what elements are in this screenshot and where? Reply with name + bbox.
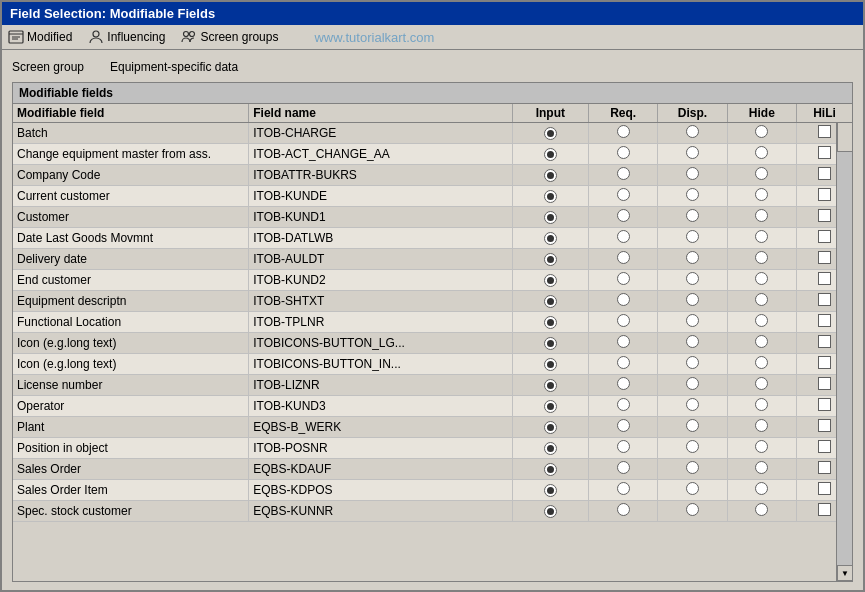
radio-button[interactable] xyxy=(617,419,630,432)
radio-button[interactable] xyxy=(544,211,557,224)
radio-button[interactable] xyxy=(686,293,699,306)
radio-button[interactable] xyxy=(686,461,699,474)
radio-button[interactable] xyxy=(544,253,557,266)
radio-button[interactable] xyxy=(755,503,768,516)
radio-button[interactable] xyxy=(617,482,630,495)
radio-button[interactable] xyxy=(617,461,630,474)
checkbox[interactable] xyxy=(818,377,831,390)
radio-button[interactable] xyxy=(686,230,699,243)
radio-button[interactable] xyxy=(755,398,768,411)
checkbox[interactable] xyxy=(818,230,831,243)
checkbox[interactable] xyxy=(818,125,831,138)
radio-button[interactable] xyxy=(617,440,630,453)
checkbox[interactable] xyxy=(818,398,831,411)
radio-button[interactable] xyxy=(686,440,699,453)
toolbar-screen-groups[interactable]: Screen groups xyxy=(181,29,278,45)
radio-button[interactable] xyxy=(544,505,557,518)
radio-button[interactable] xyxy=(617,272,630,285)
radio-button[interactable] xyxy=(686,125,699,138)
checkbox[interactable] xyxy=(818,335,831,348)
radio-button[interactable] xyxy=(755,251,768,264)
radio-button[interactable] xyxy=(617,209,630,222)
radio-button[interactable] xyxy=(686,398,699,411)
radio-button[interactable] xyxy=(544,421,557,434)
radio-button[interactable] xyxy=(755,167,768,180)
radio-button[interactable] xyxy=(686,146,699,159)
radio-button[interactable] xyxy=(755,335,768,348)
radio-button[interactable] xyxy=(686,188,699,201)
scroll-down-arrow[interactable]: ▼ xyxy=(837,565,852,581)
radio-button[interactable] xyxy=(544,484,557,497)
radio-button[interactable] xyxy=(544,379,557,392)
radio-button[interactable] xyxy=(617,188,630,201)
radio-button[interactable] xyxy=(755,482,768,495)
radio-button[interactable] xyxy=(544,190,557,203)
radio-button[interactable] xyxy=(755,440,768,453)
radio-button[interactable] xyxy=(617,293,630,306)
checkbox[interactable] xyxy=(818,440,831,453)
radio-button[interactable] xyxy=(617,356,630,369)
radio-button[interactable] xyxy=(544,127,557,140)
checkbox[interactable] xyxy=(818,419,831,432)
radio-button[interactable] xyxy=(686,167,699,180)
radio-button[interactable] xyxy=(544,442,557,455)
radio-button[interactable] xyxy=(617,314,630,327)
radio-button[interactable] xyxy=(617,230,630,243)
radio-button[interactable] xyxy=(544,358,557,371)
radio-button[interactable] xyxy=(544,148,557,161)
radio-button[interactable] xyxy=(686,251,699,264)
scrollbar[interactable]: ▲ ▼ xyxy=(836,104,852,581)
checkbox[interactable] xyxy=(818,293,831,306)
radio-button[interactable] xyxy=(544,274,557,287)
radio-button[interactable] xyxy=(544,337,557,350)
radio-button[interactable] xyxy=(686,272,699,285)
radio-button[interactable] xyxy=(544,400,557,413)
radio-button[interactable] xyxy=(686,314,699,327)
radio-button[interactable] xyxy=(755,314,768,327)
checkbox[interactable] xyxy=(818,272,831,285)
checkbox[interactable] xyxy=(818,146,831,159)
toolbar-modified[interactable]: Modified xyxy=(8,29,72,45)
radio-button[interactable] xyxy=(686,356,699,369)
radio-button[interactable] xyxy=(617,335,630,348)
radio-button[interactable] xyxy=(617,167,630,180)
radio-button[interactable] xyxy=(686,209,699,222)
radio-button[interactable] xyxy=(755,188,768,201)
radio-button[interactable] xyxy=(755,293,768,306)
checkbox[interactable] xyxy=(818,167,831,180)
checkbox[interactable] xyxy=(818,314,831,327)
radio-button[interactable] xyxy=(544,316,557,329)
radio-button[interactable] xyxy=(686,335,699,348)
checkbox[interactable] xyxy=(818,188,831,201)
radio-button[interactable] xyxy=(617,377,630,390)
radio-button[interactable] xyxy=(755,419,768,432)
radio-button[interactable] xyxy=(755,377,768,390)
radio-button[interactable] xyxy=(755,356,768,369)
radio-button[interactable] xyxy=(617,251,630,264)
checkbox[interactable] xyxy=(818,461,831,474)
table-scroll-area[interactable]: Modifiable field Field name Input Req. D… xyxy=(13,104,852,581)
radio-button[interactable] xyxy=(755,272,768,285)
radio-button[interactable] xyxy=(544,295,557,308)
radio-button[interactable] xyxy=(755,209,768,222)
radio-button[interactable] xyxy=(686,377,699,390)
radio-button[interactable] xyxy=(617,125,630,138)
radio-button[interactable] xyxy=(544,232,557,245)
checkbox[interactable] xyxy=(818,209,831,222)
radio-button[interactable] xyxy=(755,125,768,138)
radio-button[interactable] xyxy=(686,419,699,432)
checkbox[interactable] xyxy=(818,503,831,516)
scroll-thumb[interactable] xyxy=(837,122,852,152)
radio-button[interactable] xyxy=(617,146,630,159)
radio-button[interactable] xyxy=(617,398,630,411)
radio-button[interactable] xyxy=(617,503,630,516)
radio-button[interactable] xyxy=(686,482,699,495)
checkbox[interactable] xyxy=(818,482,831,495)
radio-button[interactable] xyxy=(686,503,699,516)
radio-button[interactable] xyxy=(755,461,768,474)
checkbox[interactable] xyxy=(818,251,831,264)
radio-button[interactable] xyxy=(755,146,768,159)
checkbox[interactable] xyxy=(818,356,831,369)
radio-button[interactable] xyxy=(544,169,557,182)
toolbar-influencing[interactable]: Influencing xyxy=(88,29,165,45)
